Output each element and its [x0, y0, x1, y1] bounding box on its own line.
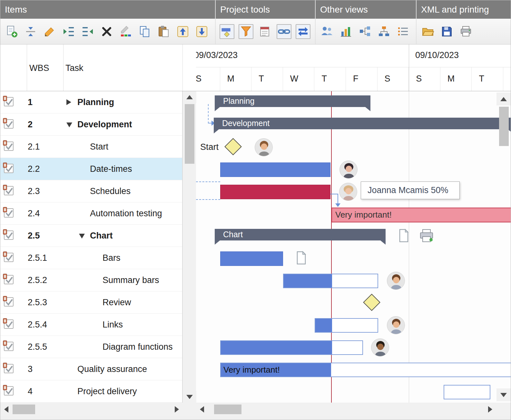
resources-view-icon[interactable] [319, 24, 334, 39]
task-list-view-icon[interactable] [396, 24, 410, 39]
bars-bar[interactable] [220, 251, 283, 266]
task-checkbox[interactable] [3, 140, 15, 153]
task-checkbox[interactable] [3, 385, 15, 398]
automation-testing-bar[interactable]: Very important! [331, 208, 511, 222]
links-bar[interactable] [315, 318, 378, 333]
assignee-avatar [371, 338, 389, 357]
task-row-2.5.4[interactable]: 2.5.4Links [0, 314, 182, 336]
format-item-icon[interactable] [118, 24, 133, 39]
task-row-2.4[interactable]: 2.4Automation testing [0, 202, 182, 225]
chart-vertical-scrollbar[interactable] [496, 91, 511, 403]
schedule-tool-icon[interactable] [258, 24, 272, 39]
scroll-thumb[interactable] [214, 405, 241, 414]
scroll-right-button[interactable] [171, 403, 182, 416]
development-summary-bar[interactable]: Development [214, 118, 511, 129]
link-tasks-tool-icon[interactable] [277, 24, 291, 39]
expander-collapsed-icon[interactable] [66, 97, 77, 107]
task-row-2.5.2[interactable]: 2.5.2Summary bars [0, 269, 182, 291]
task-row-2.1[interactable]: 2.1Start [0, 136, 182, 158]
task-row-2.5.1[interactable]: 2.5.1Bars [0, 247, 182, 269]
task-row-2.5.3[interactable]: 2.5.3Review [0, 291, 182, 314]
wbs-value: 2.4 [27, 209, 63, 219]
printer-icon[interactable] [419, 228, 434, 245]
task-checkbox[interactable] [3, 185, 15, 198]
expander-expanded-icon[interactable] [79, 231, 90, 241]
wbs-column-header[interactable]: WBS [29, 63, 49, 73]
task-label: Date-times [90, 164, 132, 174]
center-items-icon[interactable] [23, 24, 38, 39]
task-cell: Schedules [63, 186, 182, 196]
swap-direction-tool-icon[interactable] [296, 24, 310, 39]
task-cell: Development [63, 120, 182, 130]
task-bar-tool-icon[interactable] [220, 24, 234, 39]
quality-assurance-bar[interactable]: Very important! [220, 363, 511, 377]
task-checkbox[interactable] [3, 162, 15, 175]
scroll-thumb[interactable] [185, 104, 194, 164]
copy-item-icon[interactable] [137, 24, 152, 39]
start-milestone[interactable] [224, 138, 242, 155]
task-row-2.2[interactable]: 2.2Date-times [0, 158, 182, 180]
project-delivery-bar[interactable] [444, 385, 490, 399]
grid-vertical-scrollbar[interactable] [182, 91, 196, 403]
hierarchy-view-icon[interactable] [377, 24, 391, 39]
chart-view-icon[interactable] [339, 24, 353, 39]
date-times-bar[interactable] [220, 162, 330, 177]
expander-expanded-icon[interactable] [66, 120, 77, 130]
scroll-up-button[interactable] [183, 91, 196, 103]
add-item-icon[interactable] [4, 24, 19, 39]
task-row-2.5.5[interactable]: 2.5.5Diagram functions [0, 336, 182, 358]
edit-item-icon[interactable] [42, 24, 57, 39]
scroll-down-button[interactable] [183, 391, 196, 403]
task-checkbox[interactable] [3, 96, 15, 109]
move-down-icon[interactable] [194, 24, 209, 39]
task-row-2.3[interactable]: 2.3Schedules [0, 180, 182, 202]
scroll-left-button[interactable] [0, 403, 12, 416]
task-checkbox[interactable] [3, 363, 15, 376]
task-checkbox[interactable] [3, 318, 15, 331]
task-row-2.5[interactable]: 2.5Chart [0, 225, 182, 247]
document-icon[interactable] [396, 229, 410, 244]
task-column-header[interactable]: Task [65, 63, 84, 73]
task-row-3[interactable]: 3Quality assurance [0, 358, 182, 380]
day-header-cell: S [378, 67, 409, 91]
outdent-item-icon[interactable] [80, 24, 95, 39]
scroll-down-button[interactable] [496, 388, 511, 401]
scroll-thumb[interactable] [499, 107, 509, 146]
review-milestone[interactable] [363, 294, 380, 311]
task-checkbox[interactable] [3, 274, 15, 287]
task-checkbox[interactable] [3, 340, 15, 353]
task-checkbox[interactable] [3, 229, 15, 242]
scroll-left-button[interactable] [196, 403, 208, 416]
scroll-up-button[interactable] [496, 93, 511, 105]
grid-horizontal-scrollbar[interactable] [0, 403, 182, 416]
print-icon[interactable] [458, 24, 473, 39]
toolbar-group-title: XML and printing [417, 0, 511, 19]
task-checkbox[interactable] [3, 296, 15, 309]
network-view-icon[interactable] [358, 24, 372, 39]
diagram-functions-bar[interactable] [220, 340, 363, 355]
move-up-icon[interactable] [175, 24, 190, 39]
planning-summary-bar[interactable]: Planning [215, 95, 370, 107]
document-icon[interactable] [294, 251, 308, 266]
scroll-right-button[interactable] [484, 403, 496, 416]
task-checkbox[interactable] [3, 207, 15, 220]
chart-summary-bar[interactable]: Chart [215, 229, 386, 240]
task-checkbox[interactable] [3, 118, 15, 131]
indent-item-icon[interactable] [61, 24, 76, 39]
chart-horizontal-scrollbar[interactable] [196, 403, 496, 416]
delete-item-icon[interactable] [99, 24, 114, 39]
task-row-4[interactable]: 4Project delivery [0, 380, 182, 403]
task-checkbox[interactable] [3, 251, 15, 264]
day-header-cell: M [440, 67, 472, 91]
paste-item-icon[interactable] [156, 24, 171, 39]
summary-bars-bar[interactable] [283, 274, 378, 288]
save-xml-icon[interactable] [439, 24, 454, 39]
task-row-1[interactable]: 1Planning [0, 91, 182, 113]
toolbar-icon-strip [0, 19, 215, 44]
filter-tool-icon[interactable] [239, 24, 253, 39]
task-row-2[interactable]: 2Development [0, 113, 182, 136]
open-xml-icon[interactable] [420, 24, 435, 39]
schedules-bar[interactable] [220, 185, 330, 199]
scroll-thumb[interactable] [13, 405, 35, 414]
task-label: Summary bars [103, 275, 159, 285]
